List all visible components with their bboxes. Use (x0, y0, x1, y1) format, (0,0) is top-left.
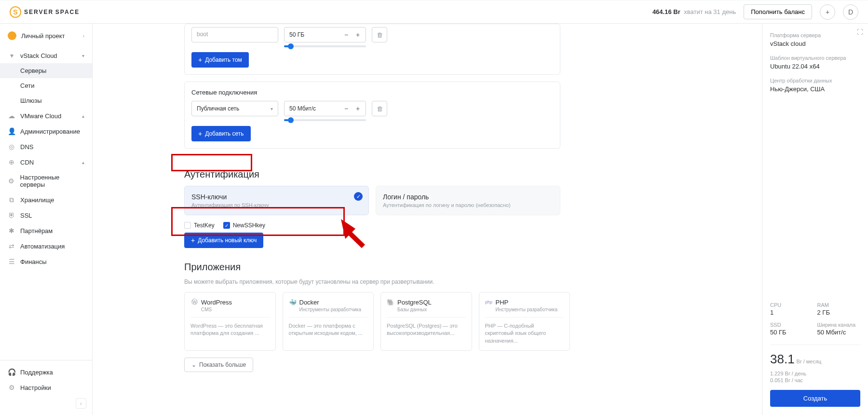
ssh-key-newsshkey[interactable]: ✓ NewSSHkey (223, 222, 265, 229)
app-card-docker[interactable]: 🐳Docker Инструменты разработчика Docker … (283, 292, 374, 351)
summary-panel: ⛶ Платформа сервера vStack cloud Шаблон … (762, 24, 868, 415)
app-card-php[interactable]: phpPHP Инструменты разработчика PHP — C-… (479, 292, 570, 351)
php-icon: php (485, 298, 493, 306)
main-content: boot 50 ГБ − + 🗑 +Добавить том Сетевые (93, 24, 762, 415)
volume-slider[interactable]: 50 ГБ − + (284, 27, 366, 47)
configured-icon: ⚙ (8, 177, 15, 185)
sidebar-item-cdn[interactable]: ⊕ CDN ▴ (0, 154, 92, 170)
bandwidth-slider[interactable]: 50 Мбит/с − + (284, 101, 366, 121)
sidebar-item-ssl[interactable]: ⛨ SSL (0, 208, 92, 223)
create-button[interactable]: Создать (770, 390, 860, 407)
automation-icon: ⇄ (8, 242, 15, 250)
app-category: Инструменты разработчика (496, 307, 564, 312)
app-desc: PHP — C-подобный скриптовый язык общего … (485, 322, 564, 345)
sidebar-item-dns[interactable]: ◎ DNS (0, 139, 92, 154)
sidebar-item-automation[interactable]: ⇄ Автоматизация (0, 238, 92, 254)
balance-days: хватит на 31 день (684, 8, 736, 15)
ssd-value: 50 ГБ (770, 329, 814, 336)
app-category: CMS (201, 307, 270, 312)
add-button[interactable]: + (820, 4, 835, 20)
dns-icon: ◎ (8, 143, 15, 151)
apps-section-title: Приложения (184, 262, 752, 273)
project-icon (8, 31, 16, 40)
auth-ssh-title: SSH-ключи (191, 193, 362, 201)
expand-icon[interactable]: ⛶ (857, 28, 863, 36)
show-more-button[interactable]: ⌄Показать больше (184, 358, 253, 372)
volume-name-input[interactable]: boot (191, 27, 278, 42)
delete-network-button[interactable]: 🗑 (372, 101, 387, 116)
sidebar-label-servers: Серверы (20, 67, 46, 74)
support-icon: 🎧 (8, 368, 15, 376)
cpu-value: 1 (770, 309, 814, 316)
collapse-sidebar-button[interactable]: ‹ (76, 398, 86, 409)
rp-platform-label: Платформа сервера (770, 32, 860, 38)
app-category: Инструменты разработчика (299, 307, 368, 312)
sidebar-item-vstack[interactable]: ▾ vStack Cloud ▾ (0, 48, 92, 63)
plus-icon: + (191, 236, 195, 244)
balance-amount: 464.16 Br (652, 8, 680, 15)
network-select[interactable]: Публичная сеть ▾ (191, 101, 278, 116)
rp-template-value: Ubuntu 22.04 x64 (770, 63, 860, 70)
app-category: Базы данных (397, 307, 466, 312)
add-network-button[interactable]: +Добавить сеть (191, 126, 251, 141)
sidebar-item-finance[interactable]: ☰ Финансы (0, 254, 92, 269)
sidebar-item-networks[interactable]: Сети (0, 78, 92, 93)
shield-icon: ⛨ (8, 211, 15, 219)
sidebar-item-partners[interactable]: ✱ Партнёрам (0, 223, 92, 238)
add-volume-button[interactable]: +Добавить том (191, 52, 249, 68)
checkbox-unchecked (184, 222, 191, 229)
sidebar-label-vstack: vStack Cloud (20, 52, 57, 59)
docker-icon: 🐳 (289, 298, 297, 306)
sidebar-label-cdn: CDN (20, 159, 34, 166)
app-desc: WordPress — это бесплатная платформа для… (190, 322, 270, 337)
chevron-down-icon: ⌄ (191, 361, 196, 368)
sidebar-item-servers[interactable]: Серверы (0, 63, 92, 78)
decrease-button[interactable]: − (341, 104, 351, 113)
sidebar-item-settings[interactable]: ⚙ Настройки (0, 380, 92, 395)
increase-button[interactable]: + (353, 30, 363, 40)
cloud-icon: ☁ (8, 112, 15, 120)
increase-button[interactable]: + (353, 104, 363, 113)
topup-button[interactable]: Пополнить баланс (744, 4, 812, 19)
delete-volume-button[interactable]: 🗑 (372, 27, 387, 42)
network-name: Публичная сеть (197, 105, 239, 112)
price-month: 38.1 (770, 352, 795, 367)
plus-icon: + (198, 56, 202, 64)
postgresql-icon: 🐘 (387, 298, 394, 306)
add-key-label: Добавить новый ключ (198, 237, 257, 244)
sidebar-label-configured: Настроенные серверы (20, 174, 84, 188)
logo-subtext: SPACE (55, 9, 80, 15)
ssh-key-testkey[interactable]: TestKey (184, 222, 215, 229)
avatar[interactable]: D (843, 4, 858, 20)
ssh-key-label: NewSSHkey (233, 222, 265, 229)
auth-ssh-card[interactable]: SSH-ключи Аутентификация по SSH-ключу ✓ (184, 186, 369, 215)
plus-icon: + (198, 130, 202, 138)
decrease-button[interactable]: − (341, 30, 351, 40)
app-card-postgresql[interactable]: 🐘PostgreSQL Базы данных PostgreSQL (Post… (380, 292, 472, 351)
sidebar-label-storage: Хранилище (20, 196, 54, 204)
sidebar-label-settings: Настройки (20, 384, 51, 391)
app-name: WordPress (201, 299, 232, 306)
sidebar-label-partners: Партнёрам (20, 227, 53, 235)
app-card-wordpress[interactable]: ⓌWordPress CMS WordPress — это бесплатна… (184, 292, 276, 351)
ssh-key-label: TestKey (194, 222, 215, 229)
sidebar-item-project[interactable]: Личный проект › (0, 28, 92, 44)
app-name: PostgreSQL (397, 299, 432, 306)
gear-icon: ⚙ (8, 384, 15, 391)
rp-dc-value: Нью-Джерси, США (770, 85, 860, 93)
sidebar-item-admin[interactable]: 👤 Администрирование (0, 124, 92, 139)
sidebar-item-gateways[interactable]: Шлюзы (0, 93, 92, 108)
volume-card: boot 50 ГБ − + 🗑 +Добавить том (184, 24, 560, 75)
sidebar-item-storage[interactable]: ⧉ Хранилище (0, 192, 92, 208)
ram-label: RAM (817, 302, 861, 308)
chevron-down-icon: ▾ (271, 106, 273, 111)
balance: 464.16 Br хватит на 31 день (652, 8, 736, 15)
sidebar-item-vmware[interactable]: ☁ VMware Cloud ▴ (0, 108, 92, 124)
sidebar-item-support[interactable]: 🎧 Поддержка (0, 364, 92, 380)
logo[interactable]: S SERVER SPACE (10, 6, 80, 18)
auth-login-card[interactable]: Логин / пароль Аутентификация по логину … (376, 186, 560, 215)
add-ssh-key-button[interactable]: +Добавить новый ключ (184, 233, 263, 248)
sidebar-item-configured[interactable]: ⚙ Настроенные серверы (0, 170, 92, 192)
auth-login-title: Логин / пароль (383, 193, 553, 201)
app-desc: PostgreSQL (Postgres) — это высокопроизв… (387, 322, 466, 337)
